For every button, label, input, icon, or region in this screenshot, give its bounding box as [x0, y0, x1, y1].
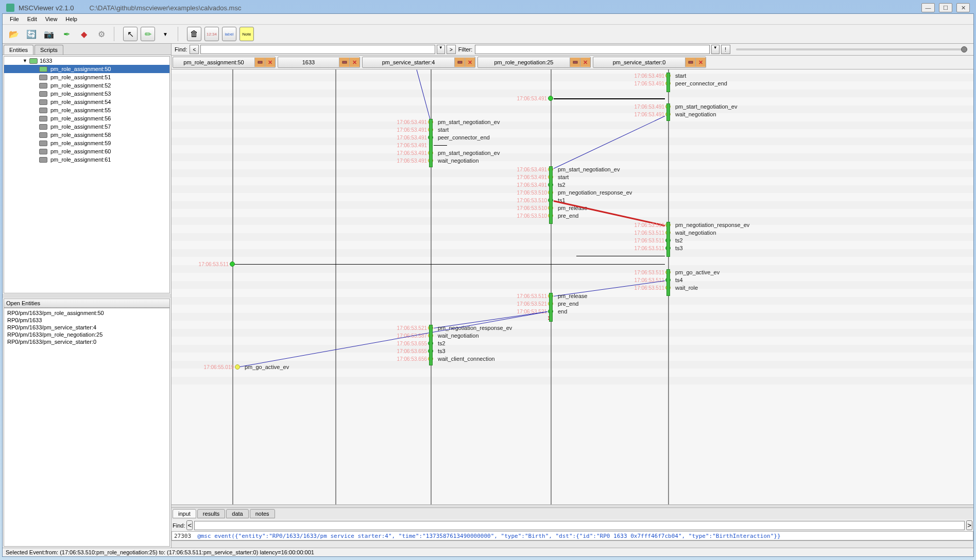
- horizontal-splitter[interactable]: [3, 294, 171, 297]
- tab-notes[interactable]: notes: [250, 509, 275, 518]
- msc-diagram[interactable]: 17:06:53.491start17:06:53.491peer_connec…: [172, 69, 973, 504]
- message-arrow[interactable]: [234, 264, 665, 265]
- entity-collapse-icon[interactable]: [685, 58, 695, 67]
- open-entity-item[interactable]: RP0/pm/1633: [7, 317, 166, 324]
- filter-excl-button[interactable]: !: [721, 45, 730, 54]
- event-label: pre_end: [558, 213, 578, 219]
- entity-close-icon[interactable]: ✕: [465, 58, 475, 67]
- refresh-icon[interactable]: 🔄: [24, 27, 39, 41]
- tree-item[interactable]: pm_role_assignment:56: [4, 114, 169, 122]
- tab-entities[interactable]: Entities: [4, 45, 33, 55]
- tree-item[interactable]: pm_role_assignment:52: [4, 81, 169, 90]
- tree-item[interactable]: pm_role_assignment:59: [4, 139, 169, 147]
- timestamp-label: 17:06:53.510: [512, 190, 547, 196]
- entity-icon: [39, 83, 47, 89]
- filter-input[interactable]: [475, 45, 709, 54]
- menu-bar: File Edit View Help: [3, 14, 973, 25]
- message-arrow[interactable]: [554, 98, 665, 99]
- settings-icon[interactable]: ⚙: [94, 27, 109, 41]
- tree-item[interactable]: pm_role_assignment:54: [4, 98, 169, 106]
- log-find-input[interactable]: [194, 521, 965, 530]
- find-combo-icon[interactable]: ▼: [437, 45, 445, 54]
- highlighter-icon[interactable]: ✏: [141, 27, 155, 41]
- log-find-next[interactable]: >: [966, 520, 972, 530]
- entity-header: pm_role_negotiation:25✕: [477, 57, 591, 68]
- label-toggle-icon[interactable]: label: [222, 27, 236, 41]
- entity-tree[interactable]: ▼ 1633 pm_role_assignment:50pm_role_assi…: [4, 56, 170, 293]
- event-dot[interactable]: [548, 96, 553, 101]
- entity-icon: [39, 157, 47, 163]
- entity-close-icon[interactable]: ✕: [349, 58, 359, 67]
- tab-data[interactable]: data: [226, 509, 248, 518]
- log-line-content: @msc_event({"entity":"RP0/1633/1633/pm_s…: [197, 533, 780, 539]
- tree-item[interactable]: pm_role_assignment:53: [4, 90, 169, 98]
- open-entity-item[interactable]: RP0/pm/1633/pm_service_starter:4: [7, 324, 166, 331]
- event-label: peer_connector_end: [438, 134, 490, 141]
- log-find-prev[interactable]: <: [186, 520, 193, 530]
- menu-view[interactable]: View: [42, 15, 61, 23]
- close-window-button[interactable]: ✕: [956, 3, 970, 12]
- event-dot[interactable]: [230, 261, 235, 267]
- camera-icon[interactable]: 📷: [42, 27, 56, 41]
- zoom-slider[interactable]: [736, 48, 967, 50]
- marker-green-icon[interactable]: ✒: [59, 27, 74, 41]
- open-entity-item[interactable]: RP0/pm/1633/pm_role_negotiation:25: [7, 331, 166, 338]
- lifeline: [335, 69, 336, 504]
- timestamp-label: 17:06:53.521: [512, 309, 547, 314]
- entity-close-icon[interactable]: ✕: [580, 58, 590, 67]
- event-label: ts2: [558, 182, 566, 188]
- menu-file[interactable]: File: [7, 15, 22, 23]
- tree-item[interactable]: pm_role_assignment:50: [4, 65, 169, 73]
- tab-results[interactable]: results: [197, 509, 225, 518]
- timestamp-label: 17:06:53.491: [512, 174, 547, 180]
- find-prev-button[interactable]: <: [190, 45, 199, 54]
- entity-collapse-icon[interactable]: [454, 58, 465, 67]
- entity-header-label: pm_service_starter:0: [593, 59, 685, 65]
- tree-item[interactable]: pm_role_assignment:58: [4, 131, 169, 139]
- tree-item-label: pm_role_assignment:53: [50, 91, 111, 97]
- menu-help[interactable]: Help: [62, 15, 80, 23]
- open-entity-item[interactable]: RP0/pm/1633/pm_service_starter:0: [7, 338, 166, 345]
- maximize-button[interactable]: ☐: [939, 3, 952, 12]
- entity-close-icon[interactable]: ✕: [265, 58, 275, 67]
- find-next-button[interactable]: >: [447, 45, 456, 54]
- open-entity-item[interactable]: RP0/pm/1633/pm_role_assignment:50: [7, 309, 166, 317]
- event-label: pm_go_active_ev: [245, 364, 289, 370]
- menu-edit[interactable]: Edit: [24, 15, 40, 23]
- find-input[interactable]: [200, 45, 435, 54]
- tree-item[interactable]: pm_role_assignment:60: [4, 147, 169, 155]
- event-label: pm_start_negotiation_ev: [438, 119, 500, 125]
- minimize-button[interactable]: —: [921, 3, 935, 12]
- entity-collapse-icon[interactable]: [339, 58, 349, 67]
- tree-item[interactable]: pm_role_assignment:55: [4, 106, 169, 114]
- timestamp-label: 17:06:53.521: [392, 325, 427, 331]
- entity-collapse-icon[interactable]: [570, 58, 580, 67]
- activation-bar: [666, 269, 670, 296]
- entity-collapse-icon[interactable]: [254, 58, 265, 67]
- entity-icon: [39, 91, 47, 97]
- log-find-label: Find:: [173, 522, 185, 529]
- note-icon[interactable]: Note: [239, 27, 254, 41]
- tree-item[interactable]: pm_role_assignment:57: [4, 122, 169, 131]
- log-hscroll[interactable]: [172, 540, 973, 548]
- tree-item[interactable]: pm_role_assignment:61: [4, 155, 169, 164]
- filter-combo-icon[interactable]: ▼: [711, 45, 720, 54]
- collapse-icon[interactable]: ▼: [23, 58, 27, 63]
- open-icon[interactable]: 📂: [7, 27, 21, 41]
- log-find-bar: Find: < >: [172, 519, 973, 531]
- tab-scripts[interactable]: Scripts: [35, 45, 63, 55]
- tree-item[interactable]: pm_role_assignment:51: [4, 73, 169, 81]
- dropdown-icon[interactable]: ▼: [158, 27, 173, 41]
- cursor-icon[interactable]: ↖: [123, 27, 138, 41]
- tab-input[interactable]: input: [173, 509, 196, 518]
- timestamp-toggle-icon[interactable]: 12:34: [204, 27, 219, 41]
- entity-close-icon[interactable]: ✕: [695, 58, 706, 67]
- event-dot[interactable]: [235, 364, 240, 370]
- event-label: start: [438, 127, 449, 133]
- tree-parent-node[interactable]: ▼ 1633: [4, 57, 169, 65]
- timestamp-label: 17:06:53.511: [629, 277, 664, 283]
- message-arrow[interactable]: [434, 145, 447, 146]
- trash-icon[interactable]: 🗑: [187, 27, 201, 41]
- message-arrow[interactable]: [576, 256, 665, 256]
- flag-red-icon[interactable]: ◆: [77, 27, 91, 41]
